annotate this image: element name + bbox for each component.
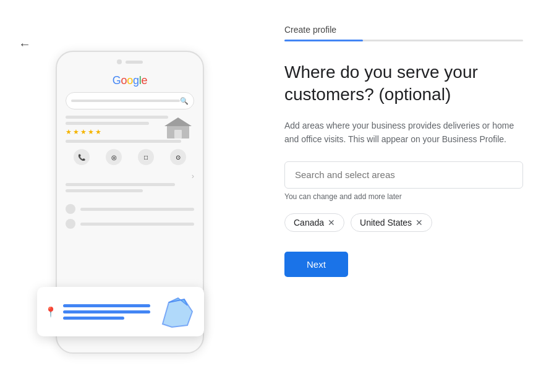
united-states-tag: United States ✕	[351, 213, 432, 232]
phone-camera	[117, 59, 122, 64]
tags-row: Canada ✕ United States ✕	[284, 213, 523, 232]
progress-container: Create profile	[284, 25, 523, 41]
hint-text: You can change and add more later	[284, 192, 523, 201]
svg-marker-1	[164, 117, 192, 126]
united-states-tag-close[interactable]: ✕	[416, 218, 423, 227]
card-pin-icon: 📍	[45, 306, 57, 318]
action-directions: ◎	[106, 149, 122, 165]
phone-bottom-row	[66, 219, 194, 229]
card-content-lines	[63, 304, 150, 320]
back-button[interactable]: ←	[19, 37, 31, 51]
svg-rect-2	[174, 130, 182, 138]
card-line-2	[63, 310, 150, 313]
phone-content-line	[66, 189, 143, 192]
google-logo: Google	[66, 74, 194, 87]
store-icon	[164, 114, 192, 141]
phone-content-line	[66, 116, 168, 119]
phone-search-bar: 🔍	[66, 92, 194, 109]
phone-actions: 📞 ◎ □ ⊙	[66, 149, 194, 165]
search-field-wrapper[interactable]	[284, 161, 523, 189]
phone-content-line	[66, 122, 149, 125]
phone-bottom	[57, 204, 203, 229]
action-more: ⊙	[170, 149, 186, 165]
floating-card: 📍	[37, 287, 204, 336]
search-input[interactable]	[295, 169, 513, 180]
united-states-tag-label: United States	[360, 218, 412, 228]
phone-content-line	[66, 183, 175, 186]
svg-marker-3	[163, 299, 192, 327]
canada-tag-label: Canada	[294, 218, 324, 228]
phone-speaker	[126, 61, 143, 64]
phone-search-icon: 🔍	[180, 97, 189, 105]
phone-bottom-icon	[66, 204, 75, 214]
page-title: Where do you serve your customers? (opti…	[284, 61, 523, 106]
description-text: Add areas where your business provides d…	[284, 119, 519, 147]
progress-bar-track	[284, 40, 523, 41]
next-button[interactable]: Next	[284, 252, 348, 277]
action-save: □	[138, 149, 154, 165]
action-call: 📞	[74, 149, 90, 165]
phone-bottom-icon	[66, 219, 75, 229]
progress-label: Create profile	[284, 25, 523, 35]
card-line-3	[63, 317, 124, 320]
phone-top-bar	[117, 59, 143, 64]
progress-bar-fill	[284, 40, 363, 41]
right-panel: Create profile Where do you serve your c…	[260, 0, 554, 392]
phone-bottom-row	[66, 204, 194, 214]
card-line-1	[63, 304, 150, 307]
canada-tag: Canada ✕	[284, 213, 344, 232]
left-panel: ← Google 🔍 ★★★★★	[0, 0, 260, 392]
phone-chevron: ›	[66, 171, 194, 181]
canada-tag-close[interactable]: ✕	[328, 218, 335, 227]
card-map	[156, 293, 197, 330]
